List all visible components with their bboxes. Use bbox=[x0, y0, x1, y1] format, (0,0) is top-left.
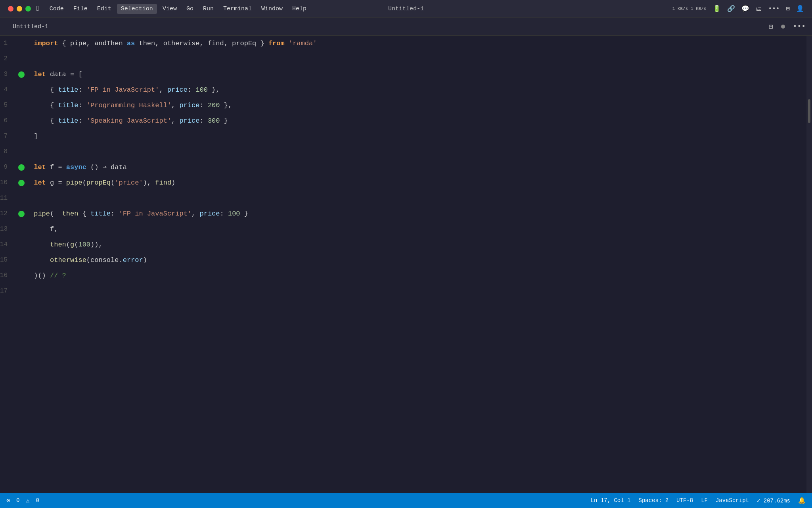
menu-help[interactable]: Help bbox=[288, 4, 310, 14]
bp-row-13 bbox=[15, 221, 27, 237]
more-icon[interactable]: ••• bbox=[768, 5, 780, 12]
language-mode[interactable]: JavaScript bbox=[716, 497, 749, 504]
plain-5d: : bbox=[200, 98, 208, 113]
line-num-1: 1 bbox=[0, 36, 15, 51]
code-line-17 bbox=[34, 283, 800, 299]
code-line-4: { title : 'FP in JavaScript' , price : 1… bbox=[34, 82, 800, 98]
plain-14c: ( bbox=[74, 237, 78, 252]
bp-row-2 bbox=[15, 51, 27, 67]
cursor-position[interactable]: Ln 17, Col 1 bbox=[591, 497, 631, 504]
plain-6b: : bbox=[78, 113, 86, 129]
code-line-10: let g = pipe ( propEq ( 'price' ), find … bbox=[34, 175, 800, 190]
bp-row-5 bbox=[15, 98, 27, 113]
breakpoint-3[interactable] bbox=[18, 71, 25, 78]
plain-5c: , bbox=[171, 98, 179, 113]
line-num-10: 10 bbox=[0, 175, 15, 190]
breakpoint-12[interactable] bbox=[18, 211, 25, 217]
menu-edit[interactable]: Edit bbox=[93, 4, 115, 14]
status-bar: ⊗ 0 ⚠ 0 Ln 17, Col 1 Spaces: 2 UTF-8 LF … bbox=[0, 493, 812, 508]
menu-window[interactable]: Window bbox=[257, 4, 287, 14]
bp-row-4 bbox=[15, 82, 27, 98]
encoding[interactable]: UTF-8 bbox=[676, 497, 693, 504]
keyword-async: async bbox=[66, 160, 86, 175]
plain-12d: , bbox=[192, 206, 199, 221]
bp-row-9[interactable] bbox=[15, 160, 27, 175]
error-icon: ⊗ bbox=[6, 497, 10, 504]
menu-run[interactable]: Run bbox=[199, 4, 218, 14]
menu-view[interactable]: View bbox=[159, 4, 181, 14]
string-haskell: 'Programming Haskell' bbox=[86, 98, 171, 113]
indentation[interactable]: Spaces: 2 bbox=[638, 497, 668, 504]
line-num-8: 8 bbox=[0, 144, 15, 160]
control-center-icon[interactable]: ⊞ bbox=[786, 5, 790, 13]
tab-actions: ⊟ ••• bbox=[769, 22, 806, 31]
plain-4d: : bbox=[188, 82, 195, 98]
bp-row-16 bbox=[15, 268, 27, 283]
split-editor-icon[interactable]: ⊟ bbox=[769, 22, 773, 31]
window-title: Untitled-1 bbox=[388, 6, 424, 12]
plain-10b: ( bbox=[82, 175, 86, 190]
line-num-3: 3 bbox=[0, 67, 15, 82]
num-100-12: 100 bbox=[228, 206, 240, 221]
plain-4c: , bbox=[159, 82, 167, 98]
menu-go[interactable]: Go bbox=[182, 4, 197, 14]
line-num-17: 17 bbox=[0, 283, 15, 299]
prop-title-4: title bbox=[58, 82, 78, 98]
menu-file[interactable]: File bbox=[69, 4, 92, 14]
bp-row-12[interactable] bbox=[15, 206, 27, 221]
plain-3 bbox=[285, 36, 289, 51]
keyword-import: import bbox=[34, 36, 58, 51]
menu-selection[interactable]: Selection bbox=[117, 4, 157, 14]
code-line-7: ] bbox=[34, 129, 800, 144]
code-line-11 bbox=[34, 190, 800, 206]
bp-row-10[interactable] bbox=[15, 175, 27, 190]
code-line-12: pipe ( then { title : 'FP in JavaScript'… bbox=[34, 206, 800, 221]
fn-propEq: propEq bbox=[86, 175, 111, 190]
plain-5e: }, bbox=[220, 98, 232, 113]
editor-tab[interactable]: Untitled-1 bbox=[6, 21, 55, 33]
prop-title-5: title bbox=[58, 98, 78, 113]
breakpoints-col bbox=[15, 36, 27, 493]
plain-4b: : bbox=[78, 82, 86, 98]
code-line-15: otherwise (console. error ) bbox=[34, 252, 800, 268]
line-num-16: 16 bbox=[0, 268, 15, 283]
menu-terminal[interactable]: Terminal bbox=[219, 4, 256, 14]
minimize-button[interactable] bbox=[17, 6, 22, 12]
plain-5b: : bbox=[78, 98, 86, 113]
plain-12f: } bbox=[240, 206, 248, 221]
plain-5a: { bbox=[34, 98, 58, 113]
scrollbar-thumb[interactable] bbox=[808, 99, 810, 123]
plain-12c: : bbox=[111, 206, 119, 221]
plain-15b: (console. bbox=[86, 252, 123, 268]
error-count[interactable]: 0 bbox=[16, 497, 19, 504]
notifications-icon[interactable]: 🔔 bbox=[798, 497, 806, 504]
string-price: 'price' bbox=[115, 175, 143, 190]
more-actions-icon[interactable]: ••• bbox=[793, 23, 806, 31]
bp-row-14 bbox=[15, 237, 27, 252]
plain-14d: )), bbox=[90, 237, 103, 252]
comment-16: // ? bbox=[50, 268, 66, 283]
code-line-8 bbox=[34, 144, 800, 160]
eol[interactable]: LF bbox=[701, 497, 708, 504]
plain-15a bbox=[34, 252, 50, 268]
status-left: ⊗ 0 ⚠ 0 bbox=[6, 497, 39, 504]
line-num-9: 9 bbox=[0, 160, 15, 175]
close-button[interactable] bbox=[8, 6, 13, 12]
finder-icon: 🗂 bbox=[756, 5, 762, 13]
menu-code[interactable]: Code bbox=[46, 4, 68, 14]
bp-row-17 bbox=[15, 283, 27, 299]
breakpoint-10[interactable] bbox=[18, 180, 25, 186]
scrollbar[interactable] bbox=[806, 36, 812, 493]
code-line-6: { title : 'Speaking JavaScript' , price … bbox=[34, 113, 800, 129]
maximize-button[interactable] bbox=[25, 6, 31, 12]
plain-6e: } bbox=[220, 113, 228, 129]
breakpoint-9[interactable] bbox=[18, 164, 25, 171]
bp-row-3[interactable] bbox=[15, 67, 27, 82]
line-num-11: 11 bbox=[0, 190, 15, 206]
title-bar:  Code File Edit Selection View Go Run T… bbox=[0, 0, 812, 18]
bp-row-8 bbox=[15, 144, 27, 160]
plain-6c: , bbox=[171, 113, 179, 129]
code-editor[interactable]: import { pipe, andThen as then, otherwis… bbox=[27, 36, 806, 493]
code-line-14: then ( g ( 100 )), bbox=[34, 237, 800, 252]
warning-count[interactable]: 0 bbox=[36, 497, 39, 504]
